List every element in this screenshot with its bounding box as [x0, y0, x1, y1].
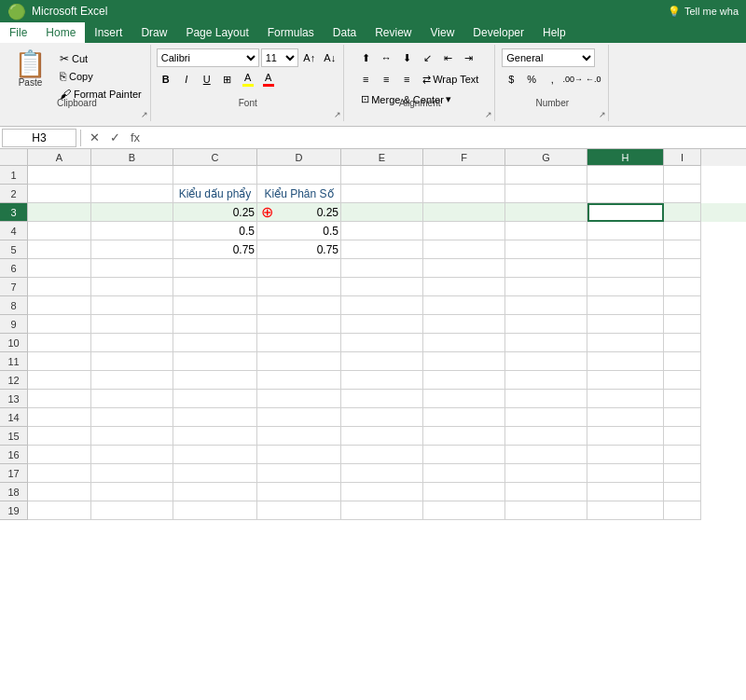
cell-A8[interactable] [28, 296, 91, 315]
align-middle-btn[interactable]: ↔ [377, 48, 395, 67]
col-header-A[interactable]: A [28, 149, 91, 166]
cell-B6[interactable] [91, 259, 173, 278]
row-header-14[interactable]: 14 [0, 408, 28, 427]
cell-E18[interactable] [341, 483, 423, 501]
cell-D5[interactable]: 0.75 [257, 240, 341, 259]
cell-A5[interactable] [28, 240, 91, 259]
cell-G17[interactable] [505, 464, 587, 483]
cell-C4[interactable]: 0.5 [173, 222, 257, 240]
menu-review[interactable]: Review [366, 22, 421, 43]
cell-B3[interactable] [91, 203, 173, 222]
italic-button[interactable]: I [177, 70, 196, 89]
wrap-text-button[interactable]: ⇄ Wrap Text [418, 72, 483, 88]
comma-btn[interactable]: , [543, 70, 561, 89]
cell-C19[interactable] [173, 501, 257, 520]
cell-F18[interactable] [423, 483, 505, 501]
row-header-7[interactable]: 7 [0, 278, 28, 296]
menu-data[interactable]: Data [324, 22, 366, 43]
row-header-15[interactable]: 15 [0, 427, 28, 446]
cell-I14[interactable] [664, 408, 701, 427]
cell-D16[interactable] [257, 446, 341, 464]
cell-I13[interactable] [664, 390, 701, 408]
cell-B12[interactable] [91, 371, 173, 390]
cell-D14[interactable] [257, 408, 341, 427]
cell-B2[interactable] [91, 185, 173, 203]
indent-decrease-btn[interactable]: ⇤ [438, 48, 457, 67]
menu-formulas[interactable]: Formulas [258, 22, 324, 43]
cell-A16[interactable] [28, 446, 91, 464]
cell-I12[interactable] [664, 371, 701, 390]
cell-I4[interactable] [664, 222, 701, 240]
cell-F4[interactable] [423, 222, 505, 240]
cell-G1[interactable] [505, 166, 587, 185]
cell-D9[interactable] [257, 315, 341, 334]
cell-E1[interactable] [341, 166, 423, 185]
cell-I16[interactable] [664, 446, 701, 464]
cell-C13[interactable] [173, 390, 257, 408]
align-right-btn[interactable]: ≡ [397, 70, 416, 89]
cell-G12[interactable] [505, 371, 587, 390]
text-direction-btn[interactable]: ↙ [418, 48, 436, 67]
cell-B8[interactable] [91, 296, 173, 315]
cell-G18[interactable] [505, 483, 587, 501]
cell-E8[interactable] [341, 296, 423, 315]
underline-button[interactable]: U [198, 70, 216, 89]
cell-E4[interactable] [341, 222, 423, 240]
cell-G5[interactable] [505, 240, 587, 259]
row-header-12[interactable]: 12 [0, 371, 28, 390]
cell-E11[interactable] [341, 352, 423, 371]
cell-H7[interactable] [587, 278, 664, 296]
cell-H13[interactable] [587, 390, 664, 408]
cell-C9[interactable] [173, 315, 257, 334]
cell-H1[interactable] [587, 166, 664, 185]
cell-F9[interactable] [423, 315, 505, 334]
confirm-formula-btn[interactable]: ✓ [105, 129, 124, 147]
align-center-btn[interactable]: ≡ [377, 70, 395, 89]
cell-G7[interactable] [505, 278, 587, 296]
cell-H15[interactable] [587, 427, 664, 446]
cell-C17[interactable] [173, 464, 257, 483]
cell-F16[interactable] [423, 446, 505, 464]
cell-D18[interactable] [257, 483, 341, 501]
cell-G2[interactable] [505, 185, 587, 203]
cell-D19[interactable] [257, 501, 341, 520]
clipboard-expand[interactable]: ↗ [141, 110, 148, 119]
cell-B10[interactable] [91, 334, 173, 352]
row-header-19[interactable]: 19 [0, 501, 28, 520]
cell-A1[interactable] [28, 166, 91, 185]
menu-page-layout[interactable]: Page Layout [176, 22, 257, 43]
col-header-G[interactable]: G [505, 149, 587, 166]
cell-A18[interactable] [28, 483, 91, 501]
cell-C7[interactable] [173, 278, 257, 296]
font-name-select[interactable]: Calibri [157, 48, 259, 67]
row-header-16[interactable]: 16 [0, 446, 28, 464]
cell-F17[interactable] [423, 464, 505, 483]
menu-home[interactable]: Home [36, 22, 85, 43]
row-header-6[interactable]: 6 [0, 259, 28, 278]
cell-H10[interactable] [587, 334, 664, 352]
cell-A14[interactable] [28, 408, 91, 427]
cell-F7[interactable] [423, 278, 505, 296]
align-left-btn[interactable]: ≡ [356, 70, 375, 89]
cell-A7[interactable] [28, 278, 91, 296]
menu-view[interactable]: View [421, 22, 464, 43]
cell-F15[interactable] [423, 427, 505, 446]
cell-I8[interactable] [664, 296, 701, 315]
row-header-4[interactable]: 4 [0, 222, 28, 240]
cell-E12[interactable] [341, 371, 423, 390]
col-header-H[interactable]: H [587, 149, 664, 166]
cell-C16[interactable] [173, 446, 257, 464]
cell-C14[interactable] [173, 408, 257, 427]
decimal-increase-btn[interactable]: .00→ [563, 70, 582, 89]
number-expand[interactable]: ↗ [599, 110, 606, 119]
row-header-13[interactable]: 13 [0, 390, 28, 408]
cell-G9[interactable] [505, 315, 587, 334]
alignment-expand[interactable]: ↗ [485, 110, 492, 119]
cell-G6[interactable] [505, 259, 587, 278]
cell-F6[interactable] [423, 259, 505, 278]
cell-C12[interactable] [173, 371, 257, 390]
col-header-F[interactable]: F [423, 149, 505, 166]
align-bottom-btn[interactable]: ⬇ [397, 48, 416, 67]
cell-F12[interactable] [423, 371, 505, 390]
cell-B1[interactable] [91, 166, 173, 185]
